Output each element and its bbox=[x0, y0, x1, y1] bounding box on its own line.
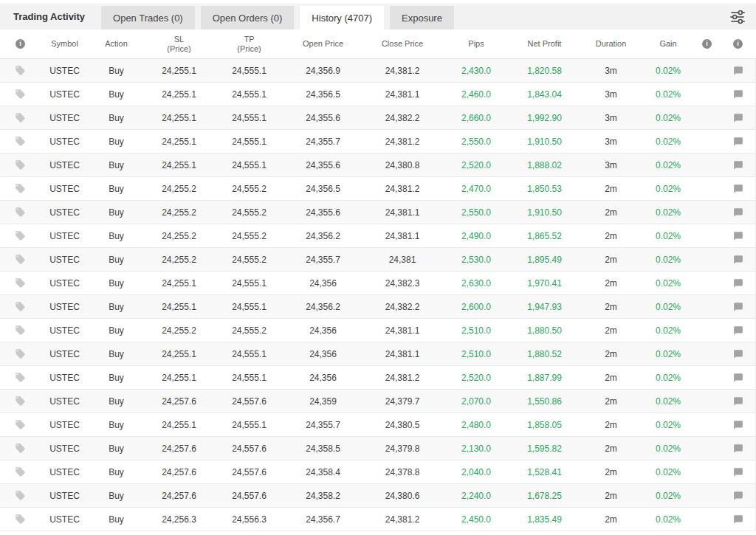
cell-net-profit: 1,880.52 bbox=[509, 349, 580, 359]
table-row: USTEC Buy 24,255.1 24,555.1 24,355.7 24,… bbox=[0, 130, 755, 153]
cell-gain: 0.02% bbox=[642, 443, 694, 454]
cell-pips: 2,480.0 bbox=[443, 420, 509, 430]
tag-icon[interactable] bbox=[15, 396, 26, 407]
table-row: USTEC Buy 24,257.6 24,557.6 24,358.2 24,… bbox=[0, 484, 755, 508]
comment-bubble-icon[interactable] bbox=[733, 184, 743, 194]
cell-action: Buy bbox=[89, 255, 144, 265]
table-row: USTEC Buy 24,255.1 24,555.1 24,355.6 24,… bbox=[0, 153, 755, 177]
info-icon[interactable]: i bbox=[733, 39, 743, 49]
cell-pips: 2,510.0 bbox=[443, 349, 509, 359]
cell-pips: 2,630.0 bbox=[443, 278, 509, 289]
label-cell bbox=[0, 490, 41, 501]
comment-cell bbox=[720, 160, 756, 170]
cell-duration: 2m bbox=[580, 325, 642, 336]
label-cell bbox=[0, 396, 41, 407]
cell-pips: 2,660.0 bbox=[443, 113, 509, 123]
tag-icon[interactable] bbox=[15, 466, 26, 477]
cell-close-price: 24,381 bbox=[362, 255, 443, 265]
comment-bubble-icon[interactable] bbox=[733, 420, 743, 430]
filter-settings-button[interactable] bbox=[726, 7, 749, 27]
tag-icon[interactable] bbox=[15, 183, 26, 194]
table-row: USTEC Buy 24,255.1 24,555.1 24,356.9 24,… bbox=[0, 59, 755, 83]
comment-bubble-icon[interactable] bbox=[733, 514, 743, 525]
sliders-icon bbox=[728, 7, 747, 27]
tab-open-trades[interactable]: Open Trades (0) bbox=[101, 6, 195, 30]
tag-icon[interactable] bbox=[15, 89, 26, 100]
comment-bubble-icon[interactable] bbox=[733, 373, 743, 383]
cell-close-price: 24,381.1 bbox=[362, 325, 443, 336]
tag-icon[interactable] bbox=[15, 419, 26, 430]
comment-bubble-icon[interactable] bbox=[733, 113, 743, 123]
cell-net-profit: 1,858.05 bbox=[509, 420, 580, 430]
comment-cell bbox=[720, 207, 756, 218]
comment-bubble-icon[interactable] bbox=[733, 231, 743, 241]
tag-icon[interactable] bbox=[15, 207, 26, 218]
comment-bubble-icon[interactable] bbox=[733, 443, 743, 454]
tag-icon[interactable] bbox=[15, 301, 26, 312]
comment-bubble-icon[interactable] bbox=[733, 66, 743, 76]
tag-icon[interactable] bbox=[15, 514, 26, 525]
tab-open-orders[interactable]: Open Orders (0) bbox=[201, 6, 295, 30]
comment-bubble-icon[interactable] bbox=[733, 349, 743, 359]
cell-gain: 0.02% bbox=[642, 255, 694, 265]
cell-symbol: USTEC bbox=[41, 160, 89, 170]
cell-duration: 2m bbox=[580, 396, 642, 407]
tag-icon[interactable] bbox=[15, 254, 26, 265]
cell-sl-price: 24,255.2 bbox=[144, 325, 214, 336]
tag-icon[interactable] bbox=[15, 490, 26, 501]
comment-cell bbox=[720, 467, 756, 477]
tag-icon[interactable] bbox=[15, 443, 26, 454]
cell-open-price: 24,356 bbox=[284, 349, 362, 359]
tag-icon[interactable] bbox=[15, 372, 26, 383]
comment-bubble-icon[interactable] bbox=[733, 302, 743, 312]
cell-net-profit: 1,820.58 bbox=[509, 66, 580, 76]
tag-icon[interactable] bbox=[15, 136, 26, 147]
cell-tp-price: 24,556.3 bbox=[214, 514, 284, 525]
tag-icon[interactable] bbox=[15, 230, 26, 241]
table-row: USTEC Buy 24,257.6 24,557.6 24,358.5 24,… bbox=[0, 437, 755, 460]
tag-icon[interactable] bbox=[15, 325, 26, 336]
comment-bubble-icon[interactable] bbox=[733, 137, 743, 147]
comment-bubble-icon[interactable] bbox=[733, 89, 743, 100]
info-icon[interactable]: i bbox=[702, 39, 712, 49]
comment-bubble-icon[interactable] bbox=[733, 255, 743, 265]
cell-pips: 2,470.0 bbox=[443, 184, 509, 194]
comment-bubble-icon[interactable] bbox=[733, 467, 743, 477]
cell-symbol: USTEC bbox=[41, 231, 89, 241]
comment-bubble-icon[interactable] bbox=[733, 207, 743, 218]
comment-bubble-icon[interactable] bbox=[733, 396, 743, 407]
cell-tp-price: 24,555.1 bbox=[214, 302, 284, 312]
cell-pips: 2,600.0 bbox=[443, 302, 509, 312]
tag-icon[interactable] bbox=[15, 277, 26, 289]
cell-pips: 2,520.0 bbox=[443, 373, 509, 383]
comment-bubble-icon[interactable] bbox=[733, 325, 743, 336]
header-info-right-1: i bbox=[694, 39, 720, 49]
cell-duration: 2m bbox=[580, 491, 642, 501]
table-row: USTEC Buy 24,255.1 24,555.1 24,356.2 24,… bbox=[0, 295, 755, 319]
comment-bubble-icon[interactable] bbox=[733, 491, 743, 501]
tag-icon[interactable] bbox=[15, 159, 26, 170]
cell-gain: 0.02% bbox=[642, 113, 694, 123]
cell-sl-price: 24,257.6 bbox=[144, 467, 214, 477]
cell-net-profit: 1,888.02 bbox=[509, 160, 580, 170]
info-icon[interactable]: i bbox=[16, 39, 25, 49]
tag-icon[interactable] bbox=[15, 112, 26, 123]
comment-bubble-icon[interactable] bbox=[733, 278, 743, 289]
cell-net-profit: 1,835.49 bbox=[509, 514, 580, 525]
cell-action: Buy bbox=[89, 373, 144, 383]
tag-icon[interactable] bbox=[15, 348, 26, 359]
cell-action: Buy bbox=[89, 137, 144, 147]
cell-open-price: 24,355.7 bbox=[284, 137, 362, 147]
tab-exposure[interactable]: Exposure bbox=[390, 6, 454, 30]
tag-icon[interactable] bbox=[15, 65, 26, 76]
tab-history[interactable]: History (4707) bbox=[300, 6, 384, 30]
cell-gain: 0.02% bbox=[642, 137, 694, 147]
cell-close-price: 24,380.6 bbox=[362, 491, 443, 501]
cell-symbol: USTEC bbox=[41, 137, 89, 147]
cell-action: Buy bbox=[89, 207, 144, 218]
cell-tp-price: 24,557.6 bbox=[214, 396, 284, 407]
cell-symbol: USTEC bbox=[41, 302, 89, 312]
cell-gain: 0.02% bbox=[642, 467, 694, 477]
cell-net-profit: 1,970.41 bbox=[509, 278, 580, 289]
comment-bubble-icon[interactable] bbox=[733, 160, 743, 170]
